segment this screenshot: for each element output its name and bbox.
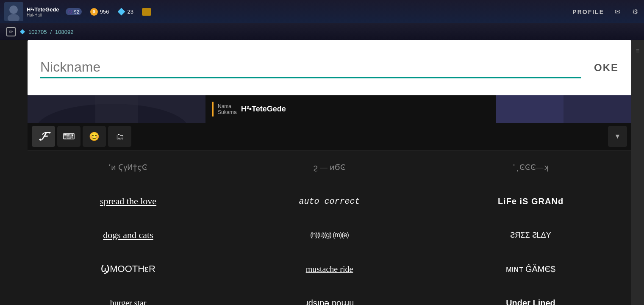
scene-player-name: H²•TeteGede bbox=[241, 105, 286, 114]
top-right-nav: PROFILE ✉ ⚙ bbox=[572, 7, 640, 17]
profile-label[interactable]: PROFILE bbox=[572, 8, 604, 15]
nickname-input[interactable] bbox=[40, 57, 581, 77]
font-item-partial-2[interactable]: ϩ — ͷϬϾ bbox=[229, 152, 430, 182]
player-avatar bbox=[4, 2, 23, 21]
nickname-area: OKE bbox=[28, 40, 631, 95]
font-item-spread[interactable]: spread the love bbox=[28, 186, 229, 216]
font-item-hugme[interactable]: (h)(u)(g) (m)(e) bbox=[229, 220, 430, 250]
keyboard-button[interactable]: ⌨ bbox=[57, 126, 80, 147]
scene-center: Nama Sukarna H²•TeteGede bbox=[205, 95, 496, 123]
scene-player-info: Nama Sukarna bbox=[218, 103, 237, 115]
xp-max: 108092 bbox=[55, 29, 73, 35]
scene-right bbox=[496, 95, 631, 123]
font-free-label: ƧЯΣΣ ƧLΔY bbox=[510, 230, 551, 240]
font-spread-label: spread the love bbox=[100, 196, 156, 207]
right-sidebar: ⬛ ⌂ ≡ bbox=[631, 0, 644, 305]
font-panel: 𝓕 ⌨ 😊 🗂 ▼ ʼͷ ϚγͶϮϛϾ ϩ — ͷϬϾ ʿͺϾϾϾ—ʞ bbox=[28, 123, 631, 305]
font-item-mustache[interactable]: mustache ride bbox=[229, 254, 430, 284]
scene-sukarna-label: Sukarna bbox=[218, 109, 237, 115]
font-ndsipe-label: ɹdsıpǝ poɯu bbox=[305, 298, 354, 305]
coins-value: 956 bbox=[100, 8, 109, 15]
dropdown-arrow-icon: ▼ bbox=[614, 133, 621, 140]
font-grid-row2: dogs and cats (h)(u)(g) (m)(e) ƧЯΣΣ ƧLΔY bbox=[28, 218, 631, 252]
xp-bar-area: 102705 / 108092 bbox=[20, 29, 73, 35]
font-dogs-label: dogs and cats bbox=[103, 230, 153, 241]
level-value: 92 bbox=[74, 9, 79, 14]
font-grid-row4: burger star ɹdsıpǝ poɯu Under Lined bbox=[28, 286, 631, 305]
font-underlined-label: Under Lined bbox=[506, 298, 555, 305]
font-item-dogs[interactable]: dogs and cats bbox=[28, 220, 229, 250]
font-f-icon: 𝓕 bbox=[39, 130, 48, 144]
top-game-bar: H²•TeteGede Hai-Haii ⬡ 92 $ 956 23 PROFI… bbox=[0, 0, 644, 23]
font-item-partial-1[interactable]: ʼͷ ϚγͶϮϛϾ bbox=[28, 152, 229, 182]
font-item-auto[interactable]: auto correct bbox=[229, 186, 430, 216]
sidebar-menu-button[interactable]: ≡ bbox=[633, 46, 643, 56]
gems-display: 23 bbox=[118, 8, 133, 16]
font-mini-label: мιɴт ĜĂМЄ$ bbox=[506, 264, 555, 274]
xp-diamond-icon bbox=[20, 29, 25, 34]
coin-icon: $ bbox=[90, 8, 98, 16]
gem-icon bbox=[118, 8, 125, 16]
font-item-mini[interactable]: мιɴт ĜĂМЄ$ bbox=[430, 254, 631, 284]
keyboard-icon: ⌨ bbox=[63, 131, 75, 141]
font-button[interactable]: 𝓕 bbox=[32, 126, 55, 147]
font-hugme-label: (h)(u)(g) (m)(e) bbox=[310, 231, 349, 239]
briefcase-display bbox=[142, 8, 151, 16]
font-burger-label: burger star bbox=[110, 298, 147, 305]
font-grid-row3: ϢMOOTHεR mustache ride мιɴт ĜĂМЄ$ bbox=[28, 252, 631, 286]
briefcase-icon bbox=[142, 8, 151, 16]
message-icon[interactable]: ✉ bbox=[613, 7, 622, 17]
font-grid-row1: spread the love auto correct LiFe iS GRA… bbox=[28, 184, 631, 218]
svg-point-1 bbox=[9, 6, 18, 14]
svg-rect-5 bbox=[95, 95, 138, 123]
scene-nama-label: Nama bbox=[218, 103, 237, 109]
game-scene: Nama Sukarna H²•TeteGede bbox=[28, 95, 631, 123]
font-life-label: LiFe iS GRANd bbox=[498, 197, 564, 206]
font-item-ndsipe[interactable]: ɹdsıpǝ poɯu bbox=[229, 288, 430, 305]
font-auto-label: auto correct bbox=[299, 197, 360, 206]
oke-button[interactable]: OKE bbox=[594, 62, 619, 74]
font-item-smoother[interactable]: ϢMOOTHεR bbox=[28, 254, 229, 284]
yellow-bar bbox=[212, 102, 214, 116]
second-bar: ✏ 102705 / 108092 bbox=[0, 23, 644, 40]
coins-display: $ 956 bbox=[90, 8, 109, 16]
player-name: H²•TeteGede bbox=[27, 6, 59, 13]
font-mustache-label: mustache ride bbox=[306, 264, 353, 274]
scene-left bbox=[28, 95, 205, 123]
player-info: H²•TeteGede Hai-Haii bbox=[27, 6, 59, 17]
xp-current: 102705 bbox=[28, 29, 47, 35]
edit-icon[interactable]: ✏ bbox=[6, 27, 16, 36]
font-scroll-area[interactable]: ʼͷ ϚγͶϮϛϾ ϩ — ͷϬϾ ʿͺϾϾϾ—ʞ spread the lov… bbox=[28, 150, 631, 305]
case-icon: 🗂 bbox=[116, 132, 124, 141]
level-badge: ⬡ 92 bbox=[66, 8, 82, 15]
player-tag: Hai-Haii bbox=[27, 13, 59, 17]
svg-rect-7 bbox=[496, 95, 564, 123]
nickname-input-wrapper bbox=[40, 57, 581, 78]
font-item-life[interactable]: LiFe iS GRANd bbox=[430, 186, 631, 216]
font-grid-partial: ʼͷ ϚγͶϮϛϾ ϩ — ͷϬϾ ʿͺϾϾϾ—ʞ bbox=[28, 150, 631, 184]
emoji-button[interactable]: 😊 bbox=[83, 126, 106, 147]
font-item-free[interactable]: ƧЯΣΣ ƧLΔY bbox=[430, 220, 631, 250]
case-button[interactable]: 🗂 bbox=[108, 126, 131, 147]
font-item-burger[interactable]: burger star bbox=[28, 288, 229, 305]
font-item-underlined[interactable]: Under Lined bbox=[430, 288, 631, 305]
emoji-icon: 😊 bbox=[89, 131, 100, 141]
xp-separator: / bbox=[50, 29, 52, 35]
gems-value: 23 bbox=[128, 8, 133, 15]
settings-icon[interactable]: ⚙ bbox=[630, 7, 640, 17]
font-panel-toolbar: 𝓕 ⌨ 😊 🗂 ▼ bbox=[28, 123, 631, 150]
font-smoother-label: ϢMOOTHεR bbox=[101, 263, 155, 274]
dropdown-button[interactable]: ▼ bbox=[608, 126, 627, 147]
font-item-partial-3[interactable]: ʿͺϾϾϾ—ʞ bbox=[430, 152, 631, 182]
